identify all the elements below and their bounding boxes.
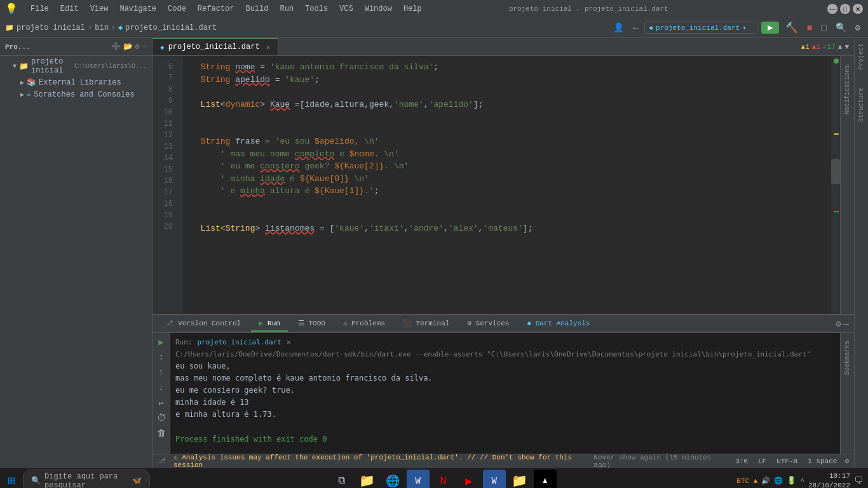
- notification-center-icon[interactable]: 🗨: [854, 476, 863, 486]
- code-line-15: ' minha idade é ${Kaue[0]} \n': [191, 173, 824, 186]
- code-line-20: [191, 234, 824, 247]
- scroll-thumb[interactable]: [831, 159, 840, 184]
- settings-icon[interactable]: ⚙: [853, 21, 863, 34]
- add-folder-icon[interactable]: 📂: [123, 42, 133, 51]
- encoding[interactable]: UTF-8: [774, 457, 800, 466]
- tree-item-scratches[interactable]: ▶ ✏ Scratches and Consoles: [0, 88, 152, 100]
- run-scroll-bottom[interactable]: ↓: [155, 381, 168, 394]
- run-tab-dart-analysis[interactable]: ◆ Dart Analysis: [519, 316, 597, 331]
- run-tab-services[interactable]: ⚙ Services: [459, 316, 517, 331]
- code-line-8: [191, 86, 824, 98]
- run-stop-control[interactable]: ↕: [155, 351, 168, 363]
- start-button[interactable]: ⊞: [5, 470, 18, 488]
- menu-code[interactable]: Code: [163, 3, 191, 15]
- close-tab-icon[interactable]: ✕: [266, 43, 271, 51]
- chevron-down-icon: ▾: [742, 24, 747, 32]
- taskbar-app-youtube[interactable]: ▶: [458, 470, 480, 489]
- maximize-button[interactable]: □: [840, 4, 850, 14]
- taskbar-clock[interactable]: 10:17 28/10/2022: [808, 471, 850, 488]
- run-panel: ⎇ Version Control ▶ Run ☰ TODO ⚠ Problem…: [153, 314, 854, 454]
- menu-edit[interactable]: Edit: [55, 3, 84, 15]
- file-selector-dropdown[interactable]: ◆ projeto_inicial.dart ▾: [644, 22, 757, 34]
- menu-build[interactable]: Build: [240, 3, 273, 15]
- menu-window[interactable]: Window: [360, 3, 397, 15]
- battery-icon[interactable]: 🔋: [787, 476, 796, 485]
- editor-tab-projeto-inicial[interactable]: ◆ projeto_inicial.dart ✕: [153, 38, 278, 55]
- tree-item-projeto-inicial[interactable]: ▼ 📁 projeto inicial C:\Users\laris\O...: [0, 56, 152, 76]
- close-button[interactable]: ✕: [853, 4, 863, 14]
- status-never-show[interactable]: Never show again (15 minutes ago): [591, 453, 728, 468]
- search-placeholder: Digite aqui para pesquisar: [44, 472, 126, 489]
- stop-icon[interactable]: ■: [804, 22, 815, 34]
- run-tab-problems[interactable]: ⚠ Problems: [336, 316, 393, 331]
- run-output-4: minha idade é 13: [175, 396, 835, 409]
- ide-title: projeto inicial - projeto_inicial.dart: [509, 5, 668, 13]
- run-wrap-icon[interactable]: ↩: [155, 396, 168, 409]
- run-play-control[interactable]: ▶: [155, 336, 168, 348]
- ide-titlebar: 💡 File Edit View Navigate Code Refactor …: [0, 0, 868, 18]
- cursor-position[interactable]: 3:6: [733, 457, 750, 466]
- expand-icon[interactable]: ▲: [838, 43, 843, 51]
- minimize-button[interactable]: —: [827, 4, 837, 14]
- taskbar-app-task-view[interactable]: ⧉: [330, 470, 353, 489]
- status-warning-msg[interactable]: ⚠ Analysis issues may affect the executi…: [171, 452, 586, 468]
- run-tab-run[interactable]: ▶ Run: [251, 316, 288, 332]
- menu-navigate[interactable]: Navigate: [114, 3, 161, 15]
- taskbar-systray-expand[interactable]: ^: [800, 477, 804, 485]
- breadcrumb-file-icon: ◆: [118, 23, 123, 32]
- run-scroll-top[interactable]: ↑: [155, 366, 168, 379]
- network-icon[interactable]: 🌐: [774, 477, 783, 485]
- run-button[interactable]: ▶: [761, 22, 779, 34]
- code-line-19: List<String> listanomes = ['kaue','itaxi…: [191, 222, 824, 235]
- add-file-icon[interactable]: ➕: [111, 42, 121, 51]
- menu-refactor[interactable]: Refactor: [193, 3, 240, 15]
- collapse-icon[interactable]: —: [142, 42, 147, 51]
- build-icon[interactable]: 🔨: [783, 20, 801, 36]
- run-label: Run:: [175, 338, 193, 346]
- library-icon: 📚: [27, 78, 36, 87]
- menu-view[interactable]: View: [85, 3, 114, 15]
- editor-run-container: ◆ projeto_inicial.dart ✕ ▲1 ▲1 ✓17 ▲ ▼ 6: [153, 38, 854, 468]
- run-panel-settings-icon[interactable]: ⚙: [836, 318, 841, 329]
- tree-label-external-libraries: External Libraries: [39, 78, 121, 87]
- menu-vcs[interactable]: VCS: [334, 3, 358, 15]
- taskbar-app-word2[interactable]: W: [483, 470, 506, 489]
- code-line-10: [191, 111, 824, 123]
- file-dropdown-label: projeto_inicial.dart: [656, 24, 740, 32]
- taskbar-app-edge[interactable]: 🌐: [381, 470, 404, 489]
- taskbar-app-explorer[interactable]: 📁: [356, 470, 379, 489]
- run-tab-terminal[interactable]: ⬛ Terminal: [395, 316, 457, 331]
- back-icon[interactable]: ←: [630, 22, 641, 34]
- run-clear-icon[interactable]: 🗑: [155, 427, 168, 440]
- code-content[interactable]: String nome = 'kaue antonio francisco da…: [183, 56, 831, 314]
- coverage-icon[interactable]: □: [818, 22, 829, 34]
- run-filename-close[interactable]: ✕: [287, 338, 291, 346]
- collapse-editor-icon[interactable]: ▼: [844, 43, 849, 51]
- editor-right-gutter: [831, 56, 840, 314]
- run-filter-icon[interactable]: ⏱: [155, 412, 168, 424]
- run-tab-todo[interactable]: ☰ TODO: [290, 316, 333, 331]
- gear-icon[interactable]: ⚙: [135, 42, 140, 51]
- code-editor[interactable]: 6 7 8 9 10 11 12 13 14 15 16 17 18 19 20: [153, 56, 854, 314]
- status-settings-icon[interactable]: ⚙: [844, 457, 849, 465]
- run-panel-close-icon[interactable]: —: [844, 319, 849, 329]
- menu-file[interactable]: File: [25, 3, 54, 15]
- dart-file-icon: ◆: [649, 24, 653, 32]
- volume-icon[interactable]: 🔊: [761, 477, 770, 485]
- taskbar: ⊞ 🔍 Digite aqui para pesquisar 🦋 ⧉ 📁 🌐 W…: [0, 468, 868, 488]
- run-tab-version-control[interactable]: ⎇ Version Control: [158, 316, 248, 332]
- taskbar-app-netflix[interactable]: N: [432, 470, 455, 489]
- taskbar-app-jetbrains[interactable]: ♟: [534, 470, 557, 489]
- taskbar-app-word[interactable]: W: [407, 470, 430, 489]
- line-separator[interactable]: LF: [756, 457, 769, 466]
- menu-help[interactable]: Help: [398, 3, 427, 15]
- taskbar-search[interactable]: 🔍 Digite aqui para pesquisar 🦋: [23, 470, 150, 489]
- menu-tools[interactable]: Tools: [300, 3, 333, 15]
- indent-label[interactable]: 1 space: [805, 457, 839, 466]
- tree-item-external-libraries[interactable]: ▶ 📚 External Libraries: [0, 76, 152, 88]
- profile-icon[interactable]: 👤: [611, 21, 627, 34]
- menu-run[interactable]: Run: [275, 3, 299, 15]
- search-icon[interactable]: 🔍: [833, 21, 849, 34]
- structure-vert-label: Structure: [858, 88, 865, 122]
- taskbar-app-folder[interactable]: 📁: [508, 470, 531, 489]
